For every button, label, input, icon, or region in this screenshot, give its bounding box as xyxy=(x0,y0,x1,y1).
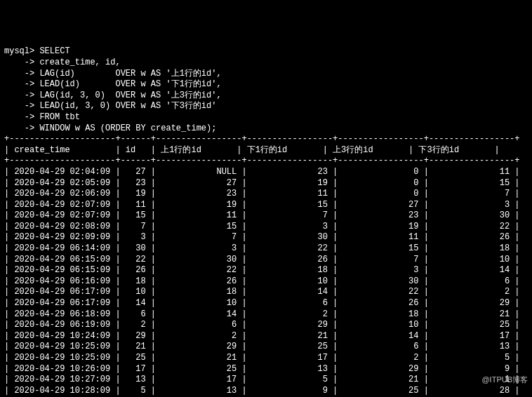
watermark: @ITPUB博客 xyxy=(481,375,528,384)
terminal-output: mysql> SELECT -> create_time, id, -> LAG… xyxy=(4,46,528,397)
